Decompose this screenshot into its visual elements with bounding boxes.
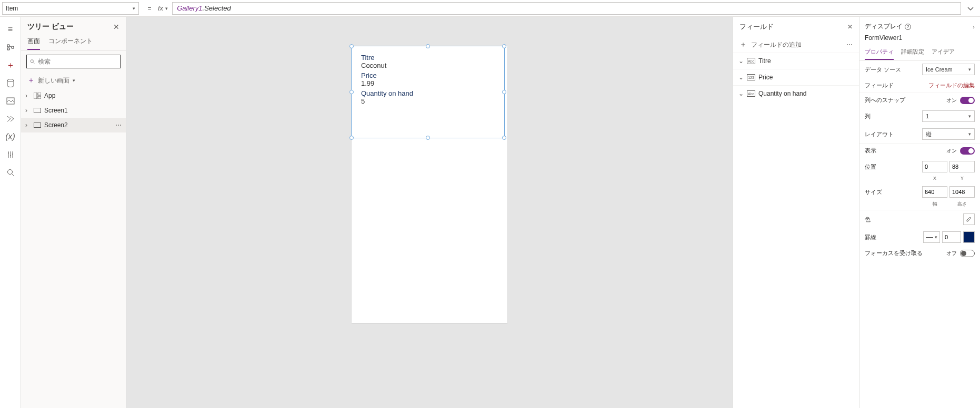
form-viewer-selection[interactable]: Titre Coconut Price 1.99 Quantity on han…	[351, 46, 505, 138]
media-icon[interactable]	[2, 93, 19, 109]
search-icon[interactable]	[2, 164, 19, 181]
resize-handle[interactable]	[502, 136, 506, 140]
tab-screens[interactable]: 画面	[27, 34, 40, 50]
close-icon[interactable]: ✕	[847, 23, 853, 30]
svg-rect-4	[34, 93, 37, 99]
prop-label-datasource: データ ソース	[865, 66, 901, 74]
tree-search-input[interactable]	[38, 58, 117, 65]
chevron-down-icon: ▾	[968, 131, 971, 137]
border-color-picker[interactable]	[963, 231, 975, 243]
prop-label-position: 位置	[865, 163, 876, 171]
plus-icon: ＋	[27, 76, 35, 85]
data-icon[interactable]	[2, 75, 19, 91]
field-item-label: Quantity on hand	[758, 90, 806, 97]
position-y-input[interactable]	[949, 161, 975, 172]
fx-button[interactable]: fx ▾	[158, 4, 168, 12]
prop-label-columns: 列	[865, 113, 871, 120]
tree-item-screen1[interactable]: › Screen1	[21, 103, 126, 118]
size-w-input[interactable]	[922, 186, 947, 198]
resize-handle[interactable]	[426, 44, 430, 48]
expand-formula-button[interactable]	[963, 1, 978, 16]
resize-handle[interactable]	[349, 44, 354, 48]
tree-item-app[interactable]: › App	[21, 88, 126, 103]
toggle-pill-icon	[960, 97, 975, 104]
formula-input[interactable]: Gallery1.Selected	[172, 2, 961, 15]
info-icon[interactable]: ?	[905, 24, 911, 30]
tree-view-title: ツリー ビュー	[27, 22, 74, 32]
chevron-right-icon: ›	[25, 121, 31, 129]
field-item-quantity[interactable]: ⌄ Abc Quantity on hand	[733, 85, 859, 101]
field-type-icon: 123	[747, 74, 755, 80]
tree-view-icon[interactable]	[2, 39, 19, 56]
columns-value: 1	[926, 113, 929, 119]
add-field-button[interactable]: ＋ フィールドの追加 ⋯	[733, 37, 859, 53]
resize-handle[interactable]	[502, 90, 506, 94]
chevron-right-icon: ›	[25, 107, 31, 114]
tree-search[interactable]	[26, 55, 121, 68]
size-h-input[interactable]	[949, 186, 975, 198]
chevron-down-icon: ▾	[968, 114, 971, 119]
tab-advanced[interactable]: 詳細設定	[901, 45, 924, 60]
resize-handle[interactable]	[349, 136, 354, 140]
toggle-on-label: オン	[946, 147, 957, 155]
chevron-down-icon: ▾	[165, 6, 168, 11]
chevron-right-icon[interactable]: ›	[973, 24, 975, 30]
more-icon[interactable]: ⋯	[846, 41, 853, 48]
property-selector[interactable]: Item ▾	[2, 2, 139, 15]
formula-object: Gallery1	[177, 4, 202, 12]
advanced-tools-icon[interactable]	[2, 146, 19, 163]
fields-panel-title: フィールド	[739, 22, 774, 32]
new-screen-button[interactable]: ＋ 新しい画面 ▾	[21, 73, 126, 88]
border-style-select[interactable]: ▾	[923, 231, 940, 243]
flows-icon[interactable]	[2, 110, 19, 127]
screen-icon	[34, 108, 41, 113]
insert-icon[interactable]: ＋	[2, 57, 19, 74]
close-icon[interactable]: ✕	[113, 23, 119, 31]
snap-toggle[interactable]: オン	[946, 97, 975, 104]
field-label: Quantity on hand	[361, 89, 495, 97]
tab-properties[interactable]: プロパティ	[865, 45, 894, 60]
chevron-down-icon: ▾	[133, 6, 135, 11]
variables-icon[interactable]: (x)	[2, 128, 19, 145]
field-item-label: Titre	[758, 57, 771, 65]
canvas[interactable]: Titre Coconut Price 1.99 Quantity on han…	[126, 17, 733, 408]
tab-components[interactable]: コンポーネント	[48, 34, 93, 50]
toggle-off-label: オフ	[946, 250, 957, 257]
field-item-titre[interactable]: ⌄ Abc Titre	[733, 53, 859, 69]
position-x-input[interactable]	[922, 161, 947, 172]
chevron-right-icon: ›	[25, 92, 31, 99]
fields-panel: フィールド ✕ ＋ フィールドの追加 ⋯ ⌄ Abc Titre ⌄ 123 P…	[733, 17, 859, 408]
svg-point-2	[7, 170, 12, 175]
properties-panel: ディスプレイ ? › FormViewer1 プロパティ 詳細設定 アイデア デ…	[859, 17, 980, 408]
border-width-input[interactable]	[942, 231, 961, 243]
formula-member: .Selected	[203, 4, 231, 12]
resize-handle[interactable]	[349, 90, 354, 94]
screen-icon	[34, 123, 41, 128]
more-icon[interactable]: ⋯	[115, 121, 122, 129]
artboard[interactable]: Titre Coconut Price 1.99 Quantity on han…	[352, 46, 507, 323]
datasource-value: Ice Cream	[926, 66, 953, 73]
resize-handle[interactable]	[502, 44, 506, 48]
layout-select[interactable]: 縦 ▾	[922, 128, 975, 140]
edit-icon	[966, 216, 972, 222]
hamburger-icon[interactable]: ≡	[2, 21, 19, 38]
color-picker[interactable]	[963, 213, 975, 225]
field-value: 5	[361, 97, 495, 105]
field-item-price[interactable]: ⌄ 123 Price	[733, 69, 859, 85]
chevron-down-icon: ▾	[73, 78, 75, 83]
tree-item-screen2[interactable]: › Screen2 ⋯	[21, 118, 126, 132]
tab-ideas[interactable]: アイデア	[932, 45, 955, 60]
visible-toggle[interactable]: オン	[946, 147, 975, 155]
control-name: FormViewer1	[859, 32, 980, 45]
w-label: 幅	[922, 201, 947, 208]
columns-select[interactable]: 1 ▾	[922, 110, 975, 122]
focus-toggle[interactable]: オフ	[946, 250, 975, 257]
field-value: 1.99	[361, 79, 495, 87]
datasource-select[interactable]: Ice Cream ▾	[922, 64, 975, 75]
toggle-pill-icon	[960, 250, 975, 257]
formula-bar: Item ▾ = fx ▾ Gallery1.Selected	[0, 0, 980, 17]
resize-handle[interactable]	[426, 136, 430, 140]
svg-rect-5	[38, 93, 41, 95]
edit-fields-link[interactable]: フィールドの編集	[928, 81, 975, 89]
new-screen-label: 新しい画面	[38, 76, 69, 85]
